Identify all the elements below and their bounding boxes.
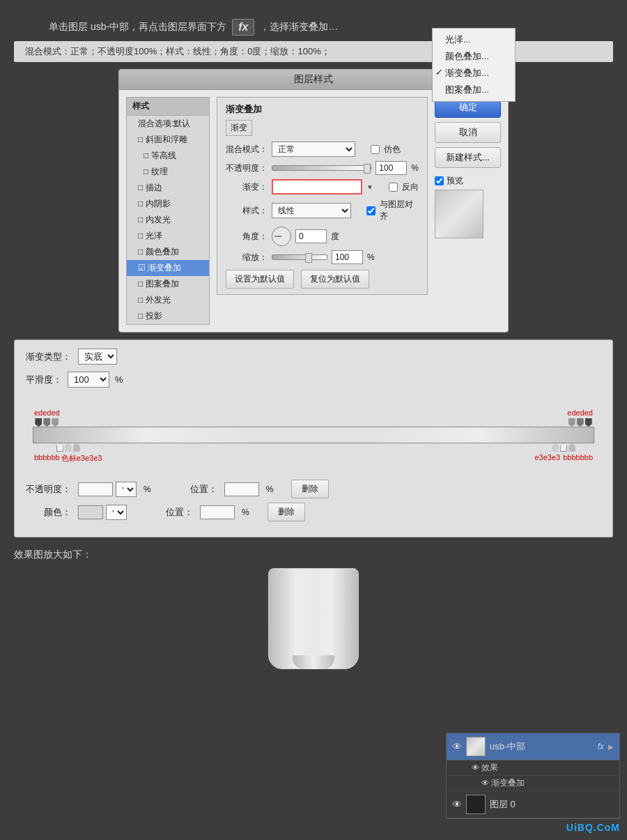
color-stop-left[interactable]: ↑ bbbbbb 色标e3e3e3 — [34, 443, 102, 464]
scale-label: 缩放： — [226, 252, 268, 264]
color-stop-right-label1: e3e3e3 — [534, 453, 560, 461]
angle-input[interactable] — [295, 229, 327, 243]
color-stop-right[interactable]: ↑ e3e3e3 bbbbbbb — [534, 443, 593, 461]
reset-default-btn[interactable]: 复位为默认值 — [301, 270, 369, 289]
ge-color-dropdown[interactable]: ▼ — [106, 505, 127, 520]
dialog-title: 图层样式 — [294, 73, 333, 84]
left-panel-item-blend-default[interactable]: 混合选项:默认 — [127, 116, 209, 132]
menu-item-gradient-overlay[interactable]: 渐变叠加... — [433, 65, 515, 82]
opacity-slider[interactable] — [272, 165, 371, 171]
gradient-overlay-title: 渐变叠加 — [226, 103, 419, 116]
layer-name-usb: usb-中部 — [490, 740, 525, 753]
opacity-stop-icon-right2[interactable] — [577, 418, 584, 427]
ge-opacity-dropdown[interactable]: ▼ — [116, 482, 137, 497]
menu-item-gloss[interactable]: 光泽... — [433, 31, 515, 48]
color-stop-icon-left2[interactable] — [65, 443, 72, 452]
left-panel-item-gradient-overlay[interactable]: ☑ 渐变叠加 — [127, 260, 209, 276]
gradient-bar[interactable] — [33, 427, 594, 443]
left-panel-item-pattern-overlay[interactable]: □ 图案叠加 — [127, 276, 209, 292]
layer-sub-gradient: 渐变叠加 — [491, 778, 525, 788]
new-style-button[interactable]: 新建样式... — [435, 147, 501, 168]
instruction-text2: ，选择渐变叠加… — [260, 21, 338, 33]
layers-sub-gradient: 👁 渐变叠加 — [447, 776, 619, 791]
color-stop-icon-left1[interactable]: ↑ — [56, 443, 63, 452]
ge-delete-btn1[interactable]: 删除 — [291, 480, 329, 498]
color-stop-left-label2: 色标e3e3e3 — [61, 453, 102, 464]
opacity-stop-left[interactable]: ededed ↓ — [34, 408, 60, 427]
scale-slider[interactable] — [272, 254, 327, 260]
left-panel-item-stroke[interactable]: □ 描边 — [127, 180, 209, 196]
layers-row-layer0[interactable]: 👁 图层 0 — [447, 791, 619, 818]
ge-position-unit2: % — [242, 507, 249, 517]
eye-icon-effect[interactable]: 👁 — [472, 763, 479, 772]
cancel-button[interactable]: 取消 — [435, 122, 501, 143]
dither-label: 仿色 — [384, 144, 401, 155]
ge-opacity-input[interactable] — [78, 482, 113, 496]
eye-icon-usb[interactable]: 👁 — [452, 741, 462, 752]
set-default-btn[interactable]: 设置为默认值 — [226, 270, 294, 289]
opacity-label: 不透明度： — [226, 162, 268, 174]
opacity-stop-icon-left2[interactable] — [43, 418, 50, 427]
reverse-checkbox[interactable] — [389, 183, 398, 192]
right-panel: 确定 取消 新建样式... 预览 — [435, 97, 501, 325]
ge-header: 渐变类型： 实底 — [26, 349, 601, 365]
opacity-stop-icon-right3[interactable]: ↓ — [585, 418, 592, 427]
color-stop-icon-right2[interactable]: ↑ — [560, 443, 567, 452]
ge-position-label1: 位置： — [172, 483, 217, 496]
ge-position-unit1: % — [266, 484, 274, 494]
ge-position-input1[interactable] — [224, 482, 259, 496]
style-select[interactable]: 线性 — [272, 203, 351, 218]
angle-label: 角度： — [226, 231, 268, 243]
left-panel-item-drop-shadow[interactable]: □ 投影 — [127, 308, 209, 324]
ge-position-label2: 位置： — [148, 506, 193, 519]
left-panel-item-inner-shadow[interactable]: □ 内阴影 — [127, 196, 209, 212]
blend-mode-label: 混合模式： — [226, 144, 268, 155]
ge-bar-area: ededed ↓ ededed ↓ — [33, 396, 594, 474]
context-menu: 光泽... 颜色叠加... 渐变叠加... 图案叠加... — [432, 28, 516, 102]
preview-box — [435, 190, 483, 238]
ge-smooth-select[interactable]: 100 — [68, 372, 109, 388]
gradient-dropdown-arrow[interactable]: ▼ — [366, 183, 373, 191]
eye-icon-layer0[interactable]: 👁 — [452, 799, 462, 810]
dither-checkbox[interactable] — [371, 145, 380, 154]
scale-input[interactable] — [332, 250, 363, 264]
color-stop-icon-right1[interactable] — [552, 443, 559, 452]
opacity-stop-icon-left3[interactable] — [52, 418, 59, 427]
color-stop-icon-left3[interactable] — [73, 443, 80, 452]
left-panel-item-color-overlay[interactable]: □ 颜色叠加 — [127, 244, 209, 260]
eye-icon-gradient[interactable]: 👁 — [481, 779, 489, 787]
align-checkbox[interactable] — [366, 206, 376, 215]
ge-opacity-form-row: 不透明度： ▼ % 位置： % 删除 — [26, 480, 601, 498]
gradient-row: 渐变： ▼ 反向 — [226, 179, 419, 194]
expand-icon-usb[interactable]: ▶ — [608, 743, 614, 751]
left-panel-item-bevel[interactable]: □ 斜面和浮雕 — [127, 132, 209, 148]
preview-checkbox[interactable] — [435, 176, 444, 185]
angle-dial[interactable] — [272, 227, 291, 246]
blend-mode-select[interactable]: 正常 — [272, 142, 355, 157]
preview-section: 预览 — [435, 175, 501, 238]
ge-delete-btn2[interactable]: 删除 — [268, 503, 305, 521]
layer-thumb-layer0 — [466, 795, 486, 814]
color-stop-icon-right3[interactable] — [568, 443, 575, 452]
ge-position-input2[interactable] — [200, 505, 235, 519]
menu-item-pattern-overlay[interactable]: 图案叠加... — [433, 82, 515, 98]
preview-label: 预览 — [447, 175, 463, 187]
layers-row-usb[interactable]: 👁 usb-中部 fx ▶ — [447, 733, 619, 761]
instruction-text1: 单击图层 usb-中部，再点击图层界面下方 — [49, 21, 226, 33]
opacity-input[interactable] — [376, 161, 407, 175]
left-panel-item-satin[interactable]: □ 光泽 — [127, 228, 209, 244]
ge-type-select[interactable]: 实底 — [78, 349, 117, 365]
ge-color-swatch[interactable] — [78, 505, 103, 519]
opacity-stop-icon-left[interactable]: ↓ — [35, 418, 42, 427]
left-panel-item-texture[interactable]: □ 纹理 — [127, 164, 209, 180]
menu-item-color-overlay[interactable]: 颜色叠加... — [433, 48, 515, 65]
left-panel-item-outer-glow[interactable]: □ 外发光 — [127, 292, 209, 308]
layer-name-layer0: 图层 0 — [490, 798, 516, 811]
opacity-stop-right[interactable]: ededed ↓ — [567, 408, 593, 427]
opacity-stop-icon-right1[interactable] — [568, 418, 575, 427]
btn-row: 设置为默认值 复位为默认值 — [226, 270, 419, 289]
left-panel-item-inner-glow[interactable]: □ 内发光 — [127, 212, 209, 228]
left-panel-item-contour[interactable]: □ 等高线 — [127, 148, 209, 164]
gradient-input-box[interactable] — [272, 179, 362, 194]
scale-row: 缩放： % — [226, 250, 419, 264]
